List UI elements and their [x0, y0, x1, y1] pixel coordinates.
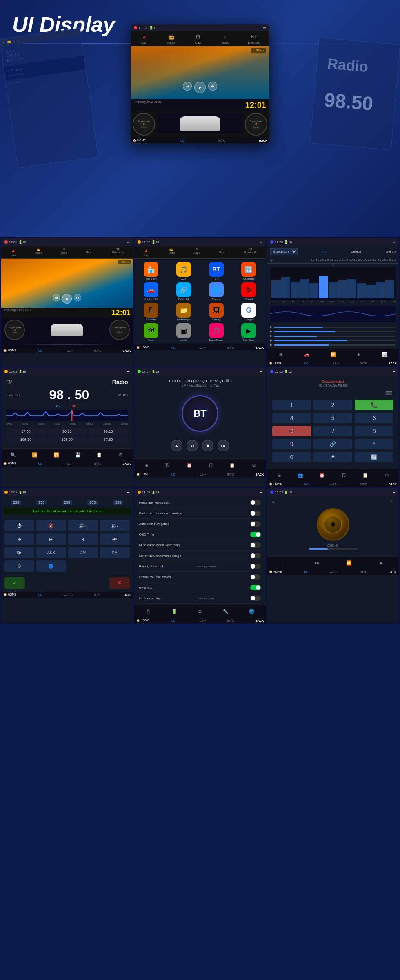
- app-aux[interactable]: 🎵 AUX: [169, 262, 199, 280]
- home-play-btn[interactable]: ▶: [62, 294, 72, 304]
- app-chrome[interactable]: 🌐 Chrome: [201, 282, 231, 300]
- app-carbitlink[interactable]: 🔗 CarbitLink: [169, 282, 199, 300]
- phone-contacts-icon[interactable]: 👥: [296, 471, 304, 479]
- sw-btn-play[interactable]: ⏯: [68, 533, 98, 545]
- sw-btn-prev[interactable]: ⏮: [4, 533, 34, 545]
- app-carlink[interactable]: 🚗 Car Link 2.0: [136, 282, 167, 300]
- phone-music-icon[interactable]: 🎵: [340, 471, 348, 479]
- key-5[interactable]: 5: [313, 413, 352, 423]
- music-func-1[interactable]: ≡: [280, 559, 289, 567]
- phone-list-icon[interactable]: 📋: [361, 471, 369, 479]
- key-endcall[interactable]: 📵: [272, 426, 311, 436]
- radio-signal-icon[interactable]: 📶: [31, 451, 39, 459]
- key-2[interactable]: 2: [313, 400, 352, 410]
- home-nav-radio[interactable]: 📻Radio: [35, 248, 42, 257]
- nav-item-navi[interactable]: ▲ Navi: [140, 33, 148, 44]
- toggle-volume[interactable]: [250, 574, 261, 580]
- app-filemanager[interactable]: 📁 FileManager: [169, 303, 199, 321]
- nav-item-bluetooth[interactable]: BT Bluetooth: [248, 33, 260, 44]
- freq-6[interactable]: 87.50: [89, 436, 128, 443]
- key-7[interactable]: 7: [313, 426, 352, 436]
- bt-clock-icon[interactable]: ⏰: [185, 461, 193, 469]
- bt-prev-btn[interactable]: ⏮: [171, 440, 182, 451]
- app-google[interactable]: G Google: [234, 303, 264, 321]
- eq-func-5[interactable]: 📊: [380, 350, 389, 358]
- toggle-lantern[interactable]: [250, 596, 261, 601]
- app-equalizer[interactable]: 🎚 Equalizer: [136, 303, 167, 321]
- key-call[interactable]: 📞: [355, 400, 393, 410]
- freq-3[interactable]: 98.10: [89, 428, 128, 435]
- eq-home-btn[interactable]: 🏠 HOME: [269, 362, 282, 365]
- home-nav-navi[interactable]: ▲Navi: [11, 248, 16, 257]
- app-appstore[interactable]: 🏪 App Store: [136, 262, 167, 280]
- eq-func-3[interactable]: ⏩: [329, 350, 337, 358]
- apps-nav-apps[interactable]: ⊞Apps: [193, 248, 200, 257]
- nav-item-music[interactable]: ♪ Music: [221, 33, 229, 44]
- music-func-4[interactable]: ▶: [377, 559, 385, 567]
- toggle-brake[interactable]: [250, 511, 261, 516]
- apps-nav-navi[interactable]: ▲Navi: [143, 248, 149, 257]
- key-refresh[interactable]: 🔄: [355, 452, 393, 462]
- phone-grid-icon[interactable]: ⊞: [275, 471, 283, 479]
- bt-grid-icon[interactable]: ⊞: [142, 461, 150, 469]
- freq-4[interactable]: 106.10: [6, 436, 46, 443]
- settings-back-btn[interactable]: BACK: [256, 619, 264, 622]
- music-menu-icon[interactable]: ≡: [272, 500, 275, 504]
- bt-settings-icon[interactable]: ⚙: [250, 461, 258, 469]
- radio-settings-icon[interactable]: ⚙: [117, 451, 125, 459]
- prev-btn[interactable]: ⏮: [183, 82, 192, 91]
- key-star[interactable]: *: [355, 439, 393, 449]
- key-4[interactable]: 4: [272, 413, 311, 423]
- eq-func-4[interactable]: ⏮: [355, 350, 363, 358]
- sw-btn-mute[interactable]: 🔇: [36, 520, 66, 531]
- key-0[interactable]: 0: [272, 452, 311, 462]
- phone-clock-icon[interactable]: ⏰: [318, 471, 326, 479]
- home-prev-btn[interactable]: ⏮: [53, 294, 60, 301]
- phone-settings-icon[interactable]: ⚙: [383, 471, 391, 479]
- apps-nav-bt[interactable]: BTBluetooth: [244, 248, 257, 257]
- radio-list-icon[interactable]: 📋: [95, 451, 103, 459]
- app-bt[interactable]: BT BT: [201, 262, 231, 280]
- toggle-backlight[interactable]: [250, 564, 261, 569]
- sw-btn-power[interactable]: ⏻: [4, 520, 34, 531]
- toggle-gps[interactable]: [250, 585, 261, 590]
- home-nav-music[interactable]: ♪Music: [86, 248, 93, 257]
- radio-search-icon[interactable]: 🔍: [9, 451, 17, 459]
- freq-2[interactable]: 90.10: [47, 428, 87, 435]
- settings-func-4[interactable]: 🔧: [222, 607, 230, 616]
- key-9[interactable]: 9: [272, 439, 311, 449]
- home-nav-bt[interactable]: BTBluetooth: [111, 248, 124, 257]
- sw-btn-k1[interactable]: ◀K: [100, 533, 130, 545]
- sw-cancel-btn[interactable]: ✕: [109, 577, 130, 589]
- key-link[interactable]: 🔗: [313, 439, 352, 449]
- eq-preset-select[interactable]: Standard ∨: [270, 248, 298, 255]
- radio-home-btn[interactable]: 🏠 HOME: [3, 462, 16, 465]
- music-func-2[interactable]: ⏭: [313, 559, 321, 567]
- sw-btn-k2[interactable]: K▶: [4, 547, 34, 558]
- toggle-mute[interactable]: [250, 542, 261, 548]
- app-playstore[interactable]: ▶ Play Store: [234, 323, 264, 341]
- key-1[interactable]: 1: [272, 400, 311, 410]
- eq-func-1[interactable]: ≋: [277, 350, 285, 358]
- radio-repeat-icon[interactable]: 🔁: [52, 451, 60, 459]
- music-progress-bar[interactable]: [309, 548, 358, 550]
- bt-home-btn[interactable]: 🏠 HOME: [136, 473, 149, 476]
- eq-func-2[interactable]: 🚗: [303, 350, 311, 358]
- next-btn[interactable]: ⏭: [208, 82, 217, 91]
- app-gallery[interactable]: 🖼 Gallery: [201, 303, 231, 321]
- sw-home-btn[interactable]: 🏠 HOME: [3, 593, 16, 596]
- app-mocify[interactable]: ▣ mocify: [169, 323, 199, 341]
- app-musicplayer[interactable]: 🎵 Music Player: [201, 323, 231, 341]
- music-home-btn[interactable]: 🏠 HOME: [269, 570, 282, 573]
- bt-back-btn[interactable]: BACK: [256, 473, 264, 476]
- music-func-3[interactable]: ⏩: [345, 559, 353, 567]
- sw-btn-next[interactable]: ⏭: [36, 533, 66, 545]
- apps-nav-music[interactable]: ♪Music: [218, 248, 226, 257]
- sw-btn-vol-up[interactable]: 🔊+: [68, 520, 98, 531]
- radio-save-icon[interactable]: 💾: [74, 451, 82, 459]
- freq-5[interactable]: 108.00: [47, 436, 87, 443]
- bt-stop-btn[interactable]: ⏹: [202, 440, 213, 451]
- apps-nav-radio[interactable]: 📻Radio: [168, 248, 175, 257]
- bt-play-btn[interactable]: ⏯: [187, 440, 198, 451]
- settings-home-btn[interactable]: 🏠 HOME: [136, 619, 149, 622]
